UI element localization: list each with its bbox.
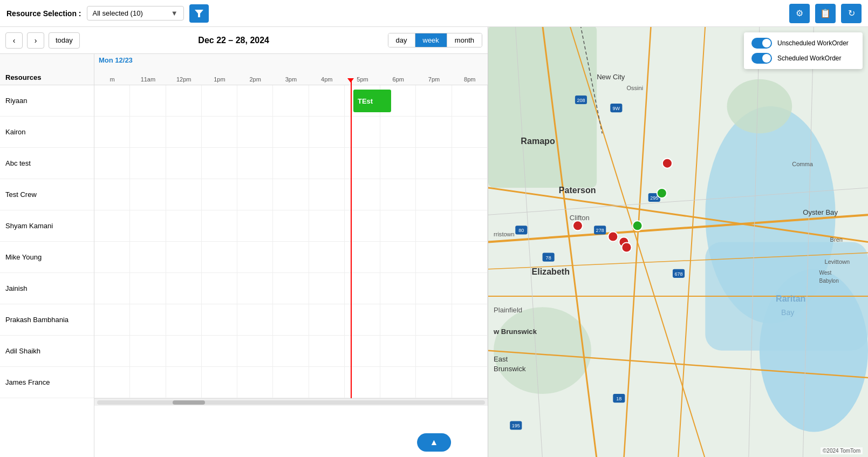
resources-column: Resources Riyaan Kairon Abc test Test Cr… [0, 54, 94, 457]
map-panel: Ramapo New City Ossini Stamford Paterson… [488, 27, 868, 457]
scheduled-toggle[interactable] [751, 53, 772, 64]
svg-text:Raritan: Raritan [776, 294, 805, 303]
resource-select-value: All selected (10) [93, 9, 143, 17]
svg-point-61 [573, 221, 583, 230]
resource-jainish: Jainish [0, 273, 94, 304]
svg-text:Elizabeth: Elizabeth [531, 267, 570, 276]
grid-cell [273, 85, 309, 116]
svg-text:Babylon: Babylon [819, 278, 838, 284]
map-legend: Unscheduled WorkOrder Scheduled WorkOrde… [744, 32, 863, 69]
svg-text:Levittown: Levittown [825, 258, 850, 265]
settings-button[interactable]: ⚙ [789, 4, 810, 23]
toggle-thumb [762, 54, 771, 63]
time-line-arrow [347, 78, 354, 83]
time-grid-wrapper: Mon 12/23 m 11am 12pm 1pm 2pm 3pm 4pm 5p… [94, 54, 488, 457]
chevron-down-icon: ▼ [171, 9, 178, 17]
svg-text:80: 80 [518, 228, 524, 233]
view-button-group: day week month [388, 33, 482, 47]
svg-text:Bay: Bay [781, 308, 795, 317]
filter-button[interactable] [189, 4, 209, 23]
svg-point-66 [633, 221, 643, 230]
map-copyright: ©2024 TomTom [821, 447, 863, 454]
scheduled-label: Scheduled WorkOrder [777, 54, 842, 62]
time-label-8pm: 8pm [452, 76, 488, 83]
week-view-button[interactable]: week [415, 33, 447, 47]
scheduler-topbar: ‹ › today Dec 22 – 28, 2024 day week mon… [0, 27, 488, 54]
grid-row-james [94, 367, 488, 398]
grid-row-abc-test [94, 148, 488, 179]
grid-row-mike [94, 242, 488, 273]
resource-mike-young: Mike Young [0, 242, 94, 273]
resource-prakash-bambhania: Prakash Bambhania [0, 304, 94, 336]
resource-label: Resource Selection : [6, 9, 81, 18]
svg-text:18: 18 [616, 396, 621, 401]
horizontal-scrollbar[interactable] [94, 398, 488, 406]
svg-point-65 [657, 188, 667, 198]
grid-cell [416, 85, 452, 116]
day-view-button[interactable]: day [388, 33, 415, 47]
time-label-12pm: 12pm [166, 76, 202, 83]
grid-row-shyam [94, 210, 488, 242]
grid-row-prakash [94, 304, 488, 336]
scheduler-panel: ‹ › today Dec 22 – 28, 2024 day week mon… [0, 27, 488, 457]
time-label-7pm: 7pm [416, 76, 452, 83]
svg-text:Ossini: Ossini [626, 85, 643, 91]
filter-icon [195, 10, 203, 17]
time-label-2pm: 2pm [237, 76, 273, 83]
svg-rect-5 [488, 27, 597, 188]
svg-text:195: 195 [512, 423, 520, 428]
grid-cell [237, 85, 273, 116]
svg-text:w Brunswick: w Brunswick [493, 328, 537, 336]
svg-text:East: East [494, 355, 508, 363]
unscheduled-legend-item: Unscheduled WorkOrder [751, 38, 855, 49]
time-label-3pm: 3pm [273, 76, 309, 83]
grid-row-adil [94, 336, 488, 367]
grid-cell [309, 85, 345, 116]
book-button[interactable]: 📋 [815, 4, 836, 23]
grid-row-riyaan: TEst [94, 85, 488, 117]
svg-marker-0 [195, 10, 203, 17]
time-header: Mon 12/23 m 11am 12pm 1pm 2pm 3pm 4pm 5p… [94, 54, 488, 85]
refresh-button[interactable]: ↻ [841, 4, 862, 23]
refresh-icon: ↻ [848, 8, 855, 18]
expand-up-button[interactable]: ▲ [417, 433, 452, 452]
current-time-line [351, 81, 352, 398]
svg-text:Bren: Bren [830, 237, 843, 243]
resource-select-dropdown[interactable]: All selected (10) ▼ [87, 6, 184, 21]
next-nav-button[interactable]: › [27, 32, 44, 49]
event-test[interactable]: TEst [353, 90, 391, 112]
scheduled-legend-item: Scheduled WorkOrder [751, 53, 855, 64]
time-labels: m 11am 12pm 1pm 2pm 3pm 4pm 5pm 6pm 7pm … [94, 76, 488, 83]
toolbar: Resource Selection : All selected (10) ▼… [0, 0, 868, 27]
time-label-10am: m [94, 76, 130, 83]
main-container: ‹ › today Dec 22 – 28, 2024 day week mon… [0, 27, 868, 457]
prev-nav-button[interactable]: ‹ [5, 32, 23, 49]
resource-riyaan: Riyaan [0, 85, 94, 117]
grid-cell [130, 85, 166, 116]
svg-point-64 [621, 243, 631, 253]
scrollbar-thumb[interactable] [173, 400, 205, 405]
unscheduled-toggle[interactable] [751, 38, 772, 49]
resource-james-france: James France [0, 367, 94, 398]
svg-text:Brunswick: Brunswick [494, 365, 526, 373]
svg-text:78: 78 [546, 255, 551, 261]
grid-row-jainish [94, 273, 488, 304]
grid-row-kairon [94, 117, 488, 148]
time-label-11am: 11am [130, 76, 166, 83]
svg-point-6 [494, 307, 591, 394]
grid-cell [94, 85, 130, 116]
resource-shyam-kamani: Shyam Kamani [0, 210, 94, 242]
chevron-right-icon: › [35, 36, 37, 45]
chevron-left-icon: ‹ [13, 36, 16, 45]
today-button[interactable]: today [49, 32, 80, 49]
svg-text:Oyster Bay: Oyster Bay [803, 208, 838, 216]
grid-body: TEst [94, 85, 488, 398]
unscheduled-label: Unscheduled WorkOrder [777, 39, 849, 47]
svg-text:295: 295 [650, 195, 658, 201]
scheduler-grid: Resources Riyaan Kairon Abc test Test Cr… [0, 54, 488, 457]
svg-text:Ramapo: Ramapo [521, 136, 555, 146]
time-label-6pm: 6pm [380, 76, 416, 83]
svg-point-62 [608, 231, 618, 241]
month-view-button[interactable]: month [447, 33, 482, 47]
resource-adil-shaikh: Adil Shaikh [0, 336, 94, 367]
